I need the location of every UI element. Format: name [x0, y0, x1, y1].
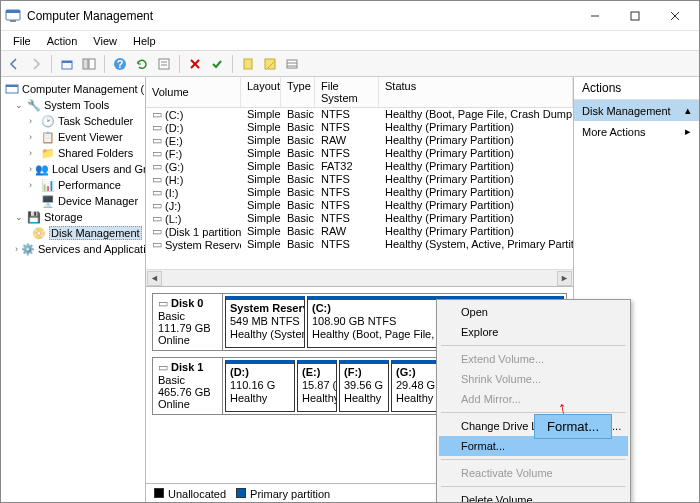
volume-row[interactable]: ▭ System Reserved (K:)SimpleBasicNTFSHea… [146, 238, 573, 251]
tree-shared-folders[interactable]: ›📁Shared Folders [3, 145, 143, 161]
tree-services-apps[interactable]: ›⚙️Services and Applications [3, 241, 143, 257]
actions-header: Actions [574, 77, 699, 100]
volume-row[interactable]: ▭ (H:)SimpleBasicNTFSHealthy (Primary Pa… [146, 173, 573, 186]
svg-rect-1 [6, 10, 20, 13]
ctx-shrink[interactable]: Shrink Volume... [439, 369, 628, 389]
ctx-extend[interactable]: Extend Volume... [439, 349, 628, 369]
volume-icon: ▭ [152, 160, 162, 173]
tree-local-users[interactable]: ›👥Local Users and Groups [3, 161, 143, 177]
annotation-tooltip: Format... [534, 414, 612, 439]
check-icon[interactable] [208, 55, 226, 73]
refresh-button[interactable] [133, 55, 151, 73]
menu-view[interactable]: View [85, 33, 125, 49]
tree-event-viewer[interactable]: ›📋Event Viewer [3, 129, 143, 145]
volume-row[interactable]: ▭ (C:)SimpleBasicNTFSHealthy (Boot, Page… [146, 108, 573, 121]
ctx-format[interactable]: Format... [439, 436, 628, 456]
svg-rect-9 [83, 59, 88, 69]
menu-help[interactable]: Help [125, 33, 164, 49]
partition[interactable]: System Reserve 549 MB NTFS Healthy (Syst… [225, 296, 305, 348]
tree-disk-management[interactable]: 📀Disk Management [3, 225, 143, 241]
list-icon[interactable] [283, 55, 301, 73]
partition[interactable]: (F:)39.56 GHealthy [339, 360, 389, 412]
toolbar: ? [1, 51, 699, 77]
svg-rect-19 [265, 59, 275, 69]
volume-icon: ▭ [152, 147, 162, 160]
svg-rect-10 [89, 59, 95, 69]
settings-button[interactable] [155, 55, 173, 73]
col-fs[interactable]: File System [315, 77, 379, 107]
disk-icon: ▭ [158, 361, 168, 373]
collapse-icon: ▴ [685, 104, 691, 117]
svg-text:?: ? [117, 58, 124, 70]
volume-icon: ▭ [152, 199, 162, 212]
svg-rect-18 [244, 59, 252, 69]
maximize-button[interactable] [615, 1, 655, 31]
tree-storage[interactable]: ⌄💾Storage [3, 209, 143, 225]
partition[interactable]: (E:)15.87 (Healthy [297, 360, 337, 412]
col-layout[interactable]: Layout [241, 77, 281, 107]
tree-root[interactable]: Computer Management (Local [3, 81, 143, 97]
svg-rect-21 [287, 60, 297, 68]
scroll-left-icon[interactable]: ◄ [147, 271, 162, 286]
svg-rect-25 [6, 85, 18, 87]
col-type[interactable]: Type [281, 77, 315, 107]
scroll-right-icon[interactable]: ► [557, 271, 572, 286]
volume-icon: ▭ [152, 173, 162, 186]
up-button[interactable] [58, 55, 76, 73]
new-icon[interactable] [239, 55, 257, 73]
tree-performance[interactable]: ›📊Performance [3, 177, 143, 193]
minimize-button[interactable] [575, 1, 615, 31]
app-icon [5, 8, 21, 24]
svg-rect-13 [159, 59, 169, 69]
window-title: Computer Management [27, 9, 575, 23]
delete-icon[interactable] [186, 55, 204, 73]
actions-disk-management[interactable]: Disk Management▴ [574, 100, 699, 121]
volume-row[interactable]: ▭ (F:)SimpleBasicNTFSHealthy (Primary Pa… [146, 147, 573, 160]
title-bar: Computer Management [1, 1, 699, 31]
submenu-icon: ▸ [685, 125, 691, 138]
volume-icon: ▭ [152, 186, 162, 199]
menu-file[interactable]: File [5, 33, 39, 49]
ctx-reactivate[interactable]: Reactivate Volume [439, 463, 628, 483]
tree-device-manager[interactable]: 🖥️Device Manager [3, 193, 143, 209]
disk-0-info: ▭ Disk 0 Basic 111.79 GB Online [153, 294, 223, 350]
svg-rect-2 [10, 20, 16, 22]
svg-rect-4 [631, 12, 639, 20]
volume-list-header[interactable]: Volume Layout Type File System Status [146, 77, 573, 108]
col-volume[interactable]: Volume [146, 77, 241, 107]
ctx-mirror[interactable]: Add Mirror... [439, 389, 628, 409]
context-menu: Open Explore Extend Volume... Shrink Vol… [436, 299, 631, 503]
tree-system-tools[interactable]: ⌄🔧System Tools [3, 97, 143, 113]
volume-row[interactable]: ▭ (G:)SimpleBasicFAT32Healthy (Primary P… [146, 160, 573, 173]
actions-more[interactable]: More Actions▸ [574, 121, 699, 142]
disk-1-info: ▭ Disk 1 Basic 465.76 GB Online [153, 358, 223, 414]
volume-icon: ▭ [152, 121, 162, 134]
volume-icon: ▭ [152, 134, 162, 147]
back-button[interactable] [5, 55, 23, 73]
col-status[interactable]: Status [379, 77, 573, 107]
ctx-delete[interactable]: Delete Volume... [439, 490, 628, 503]
volume-row[interactable]: ▭ (E:)SimpleBasicRAWHealthy (Primary Par… [146, 134, 573, 147]
volume-row[interactable]: ▭ (L:)SimpleBasicNTFSHealthy (Primary Pa… [146, 212, 573, 225]
volume-list[interactable]: Volume Layout Type File System Status ▭ … [146, 77, 573, 287]
volume-row[interactable]: ▭ (J:)SimpleBasicNTFSHealthy (Primary Pa… [146, 199, 573, 212]
ctx-open[interactable]: Open [439, 302, 628, 322]
volume-row[interactable]: ▭ (Disk 1 partition 2)SimpleBasicRAWHeal… [146, 225, 573, 238]
properties-icon[interactable] [261, 55, 279, 73]
volume-row[interactable]: ▭ (I:)SimpleBasicNTFSHealthy (Primary Pa… [146, 186, 573, 199]
volume-row[interactable]: ▭ (D:)SimpleBasicNTFSHealthy (Primary Pa… [146, 121, 573, 134]
volume-icon: ▭ [152, 212, 162, 225]
partition[interactable]: (G:)29.48 GHealthy [391, 360, 441, 412]
tree-task-scheduler[interactable]: ›🕑Task Scheduler [3, 113, 143, 129]
menu-action[interactable]: Action [39, 33, 86, 49]
partition[interactable]: (D:)110.16 GHealthy [225, 360, 295, 412]
menu-bar: File Action View Help [1, 31, 699, 51]
forward-button[interactable] [27, 55, 45, 73]
disk-icon: ▭ [158, 297, 168, 309]
horizontal-scrollbar[interactable]: ◄ ► [146, 269, 573, 286]
help-button[interactable]: ? [111, 55, 129, 73]
nav-tree[interactable]: Computer Management (Local ⌄🔧System Tool… [1, 77, 146, 503]
ctx-explore[interactable]: Explore [439, 322, 628, 342]
show-hide-tree-button[interactable] [80, 55, 98, 73]
close-button[interactable] [655, 1, 695, 31]
